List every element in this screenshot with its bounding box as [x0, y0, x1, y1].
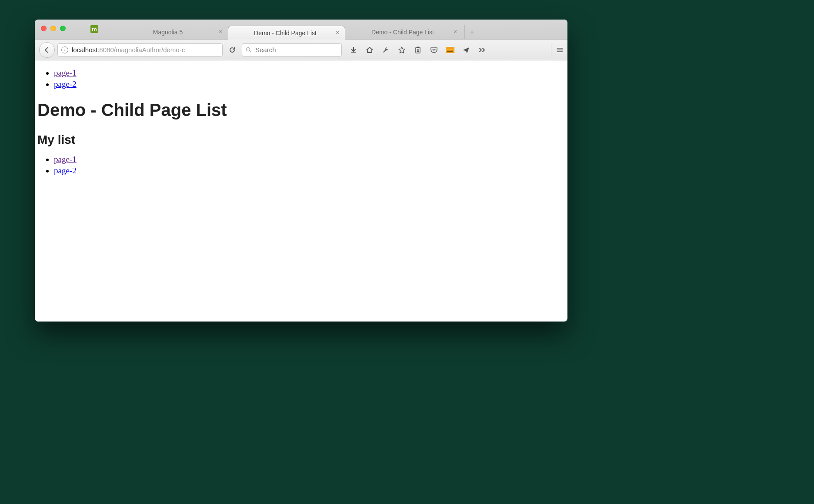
close-icon[interactable]: ×	[452, 29, 458, 35]
overflow-icon[interactable]	[477, 45, 487, 55]
tab-strip: m Magnolia 5 × Demo - Child Page List × …	[35, 20, 567, 40]
close-icon[interactable]: ×	[334, 30, 340, 36]
tabs: Magnolia 5 × Demo - Child Page List × De…	[110, 20, 479, 39]
link-page-2[interactable]: page-2	[54, 80, 77, 89]
address-bar[interactable]: i localhost:8080/magnoliaAuthor/demo-c	[57, 43, 223, 56]
arrow-left-icon	[43, 46, 50, 53]
home-icon[interactable]	[365, 45, 374, 55]
wrench-icon[interactable]	[381, 45, 390, 55]
list-item: page-1	[54, 155, 567, 164]
pocket-icon[interactable]	[429, 45, 439, 55]
clipboard-icon[interactable]	[413, 45, 423, 55]
url-host: localhost	[72, 46, 97, 53]
page-title: Demo - Child Page List	[37, 100, 567, 120]
child-page-list: page-1 page-2	[54, 155, 567, 176]
ruler-icon[interactable]	[445, 45, 455, 55]
hamburger-icon	[557, 47, 563, 53]
window-zoom-button[interactable]	[60, 26, 66, 31]
section-heading: My list	[37, 133, 567, 147]
window-controls	[41, 26, 66, 31]
search-input[interactable]	[255, 46, 338, 53]
list-item: page-2	[54, 80, 567, 89]
window-minimize-button[interactable]	[50, 26, 56, 31]
list-item: page-2	[54, 166, 567, 176]
search-box[interactable]	[242, 43, 342, 56]
page-body: page-1 page-2 Demo - Child Page List My …	[35, 68, 567, 176]
tab-title: Demo - Child Page List	[356, 29, 450, 36]
reload-button[interactable]	[226, 44, 238, 56]
toolbar-icons	[349, 45, 487, 55]
browser-window: m Magnolia 5 × Demo - Child Page List × …	[35, 20, 567, 322]
reload-icon	[229, 46, 236, 53]
link-page-2[interactable]: page-2	[54, 166, 77, 175]
window-close-button[interactable]	[41, 26, 47, 31]
magnolia-favicon: m	[90, 25, 98, 33]
link-page-1[interactable]: page-1	[54, 68, 77, 77]
downloads-icon[interactable]	[349, 45, 358, 55]
hamburger-menu-button[interactable]	[551, 44, 563, 56]
content-viewport: page-1 page-2 Demo - Child Page List My …	[35, 60, 567, 322]
site-info-icon[interactable]: i	[61, 46, 68, 53]
list-item: page-1	[54, 68, 567, 78]
svg-rect-3	[417, 46, 419, 48]
url-text: localhost:8080/magnoliaAuthor/demo-c	[72, 46, 219, 53]
send-icon[interactable]	[461, 45, 471, 55]
search-icon	[246, 47, 252, 53]
toolbar: i localhost:8080/magnoliaAuthor/demo-c	[35, 40, 567, 60]
close-icon[interactable]: ×	[217, 29, 224, 35]
svg-line-1	[250, 50, 251, 52]
top-nav-list: page-1 page-2	[54, 68, 567, 89]
url-rest: :8080/magnoliaAuthor/demo-c	[97, 46, 185, 53]
star-icon[interactable]	[397, 45, 407, 55]
tab-title: Demo - Child Page List	[239, 30, 332, 36]
new-tab-button[interactable]: +	[464, 25, 479, 39]
tab-magnolia[interactable]: Magnolia 5 ×	[110, 25, 228, 39]
tab-title: Magnolia 5	[121, 29, 215, 36]
link-page-1[interactable]: page-1	[54, 155, 77, 164]
back-button[interactable]	[39, 42, 55, 58]
svg-point-0	[247, 47, 250, 51]
tab-demo-child-page-list-active[interactable]: Demo - Child Page List ×	[228, 26, 345, 40]
tab-demo-child-page-list[interactable]: Demo - Child Page List ×	[345, 25, 463, 39]
